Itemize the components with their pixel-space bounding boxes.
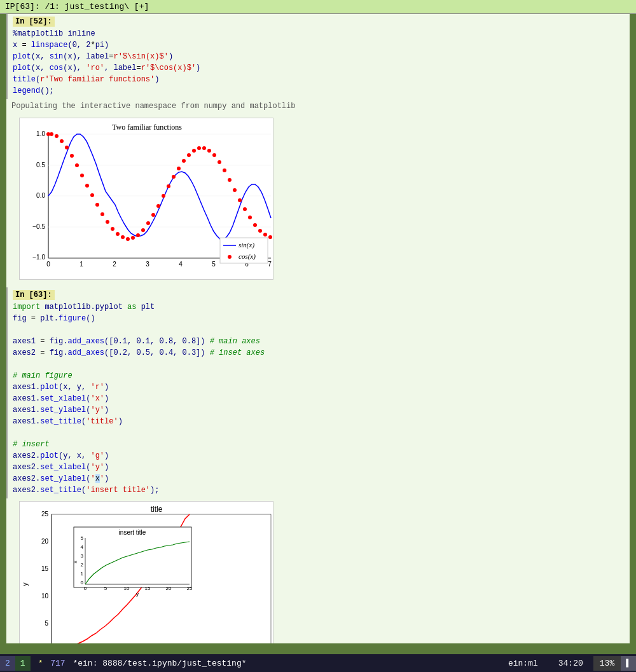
svg-point-61 [253, 223, 257, 227]
svg-text:cos(x): cos(x) [238, 252, 256, 261]
svg-point-26 [75, 163, 79, 167]
svg-point-39 [141, 228, 145, 232]
svg-point-37 [131, 236, 135, 240]
svg-text:0: 0 [81, 580, 84, 586]
svg-text:4: 4 [179, 261, 183, 268]
svg-point-59 [243, 207, 247, 211]
plot1-title: Two familiar functions [112, 123, 182, 132]
cell-52-code: %matplotlib inline x = linspace(0, 2*pi)… [13, 28, 625, 97]
svg-point-67 [228, 255, 232, 259]
cell-63-input[interactable]: In [63]: import matplotlib.pyplot as plt… [6, 287, 630, 498]
svg-point-63 [263, 233, 267, 237]
svg-point-34 [116, 232, 120, 236]
cell-52-output: Populating the interactive namespace fro… [6, 99, 630, 115]
svg-point-46 [177, 167, 181, 170]
svg-text:5: 5 [212, 261, 216, 268]
svg-text:0: 0 [84, 586, 87, 591]
svg-point-33 [111, 227, 114, 231]
svg-point-24 [65, 146, 69, 149]
svg-text:2: 2 [81, 562, 84, 568]
svg-point-45 [172, 175, 176, 179]
cell-63-code: import matplotlib.pyplot as plt fig = pl… [13, 301, 625, 496]
status-num2: 1 [15, 656, 31, 671]
title-text: IP[63]: /1: just_testing\ [+] [5, 2, 149, 11]
svg-point-21 [50, 132, 53, 136]
svg-text:10: 10 [41, 593, 49, 600]
svg-text:0.0: 0.0 [36, 192, 45, 199]
main-ylabel: y [21, 582, 29, 586]
cell-52-label: In [52]: [13, 17, 55, 27]
svg-point-60 [248, 216, 252, 219]
svg-text:10: 10 [124, 586, 130, 591]
cell-63-label: In [63]: [13, 290, 55, 300]
svg-point-43 [162, 194, 165, 198]
svg-point-28 [85, 184, 89, 188]
svg-point-22 [55, 134, 59, 138]
svg-point-41 [151, 213, 155, 217]
svg-text:15: 15 [41, 565, 49, 572]
status-filepath: *ein: 8888/test.ipynb/just_testing* [73, 659, 246, 668]
svg-point-40 [146, 221, 150, 225]
cell-52-input[interactable]: In [52]: %matplotlib inline x = linspace… [6, 14, 630, 99]
svg-point-25 [70, 154, 74, 158]
svg-point-48 [187, 153, 191, 157]
plot2-container: title 0 5 10 15 20 25 y 0 1 2 3 4 5 [19, 501, 617, 643]
plot1-svg: Two familiar functions 1.0 0.5 0.0 [19, 118, 273, 280]
status-cursor: 34:20 [548, 656, 593, 671]
svg-text:20: 20 [166, 586, 172, 591]
svg-point-52 [207, 149, 211, 153]
svg-text:−0.5: −0.5 [32, 223, 45, 230]
svg-text:3: 3 [146, 261, 149, 268]
svg-text:4: 4 [81, 544, 84, 550]
svg-point-36 [126, 237, 130, 241]
svg-point-23 [60, 139, 64, 143]
svg-text:7: 7 [268, 261, 272, 268]
svg-point-31 [100, 212, 104, 216]
svg-point-35 [121, 235, 125, 239]
svg-text:1: 1 [80, 261, 83, 268]
svg-point-64 [268, 235, 272, 239]
svg-point-30 [95, 203, 99, 207]
svg-point-55 [223, 168, 226, 172]
plot2-svg: title 0 5 10 15 20 25 y 0 1 2 3 4 5 [19, 501, 273, 643]
svg-text:y: y [136, 591, 139, 597]
svg-text:3: 3 [81, 553, 84, 559]
svg-point-50 [197, 146, 201, 150]
svg-point-57 [233, 188, 237, 192]
output-text: Populating the interactive namespace fro… [11, 102, 295, 111]
status-num1: 2 [0, 656, 15, 671]
svg-point-27 [80, 174, 84, 177]
status-cell-count: 717 [50, 659, 65, 668]
svg-point-42 [156, 204, 160, 208]
status-pct: 13% [593, 656, 621, 671]
svg-text:sin(x): sin(x) [238, 241, 254, 249]
svg-point-53 [212, 153, 216, 157]
svg-text:5: 5 [104, 586, 107, 591]
svg-text:20: 20 [41, 538, 49, 545]
svg-text:25: 25 [187, 586, 193, 591]
svg-text:2: 2 [113, 261, 116, 268]
svg-text:−1.0: −1.0 [32, 254, 45, 261]
svg-point-56 [228, 178, 232, 182]
plot2-title: title [151, 505, 163, 514]
svg-text:1.0: 1.0 [36, 130, 45, 137]
status-bar: 2 1 * 717 *ein: 8888/test.ipynb/just_tes… [0, 654, 636, 672]
svg-text:x: x [73, 561, 78, 563]
notebook: In [52]: %matplotlib inline x = linspace… [6, 14, 630, 643]
svg-text:15: 15 [145, 586, 151, 591]
svg-point-54 [218, 160, 221, 164]
svg-point-58 [238, 198, 242, 202]
svg-text:5: 5 [81, 535, 84, 541]
svg-point-38 [136, 233, 140, 237]
svg-text:5: 5 [45, 620, 48, 627]
svg-point-51 [202, 146, 206, 150]
inset-title: insert title [119, 529, 146, 536]
inset-box [74, 527, 191, 587]
svg-point-62 [258, 229, 262, 233]
status-indicator: * [38, 659, 43, 668]
status-filename: * 717 *ein: 8888/test.ipynb/just_testing… [31, 659, 498, 668]
svg-text:25: 25 [41, 511, 49, 518]
svg-point-29 [90, 193, 94, 197]
svg-point-49 [192, 149, 196, 153]
svg-text:1: 1 [81, 571, 84, 577]
